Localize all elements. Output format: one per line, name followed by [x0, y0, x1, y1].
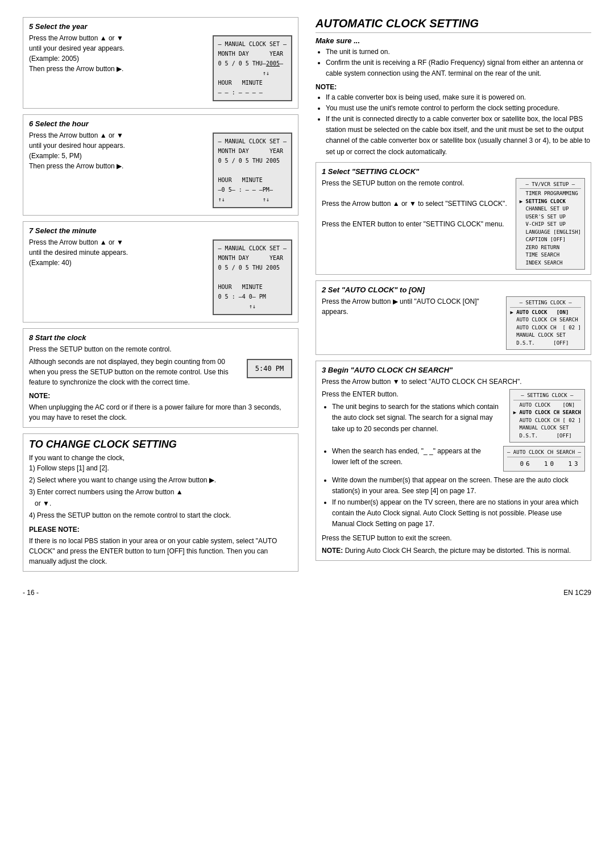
auto-step3-menu1: – SETTING CLOCK – AUTO CLOCK [ON] ▶ AUTO…	[509, 389, 585, 443]
step7-lcd-display: – MANUAL CLOCK SET – MONTH DAY YEAR 0 5 …	[213, 239, 292, 315]
auto-step3-body1: Press the Arrow button ▼ to select "AUTO…	[322, 377, 585, 387]
menu1-item-7: CAPTION [OFF]	[520, 236, 581, 244]
please-note-label: PLEASE NOTE:	[29, 524, 292, 535]
lcd6-line6: ↑↓ ↑↓	[218, 196, 269, 202]
auto-step3-bullet2-text: When the search has ended, "_ _" appears…	[322, 446, 497, 468]
auto-step2-section: 2 Set "AUTO CLOCK" to [ON] Press the Arr…	[316, 280, 591, 355]
lcd6-header: – MANUAL CLOCK SET –	[218, 138, 287, 144]
step8-lcd: 5:40 PM	[247, 357, 292, 381]
auto-clock-title: AUTOMATIC CLOCK SETTING	[316, 17, 591, 33]
auto-step3-footer1: Press the SETUP button to exit the scree…	[322, 533, 585, 543]
step8-title: 8 Start the clock	[29, 333, 292, 342]
menu1-item-5: V-CHIP SET UP	[520, 221, 581, 229]
lcd5-line1: MONTH DAY YEAR	[218, 51, 283, 57]
step6-text: Press the Arrow button ▲ or ▼ until your…	[29, 130, 207, 171]
step8-body1: Press the SETUP button on the remote con…	[29, 344, 292, 354]
auto-step2-title: 2 Set "AUTO CLOCK" to [ON]	[322, 286, 585, 294]
menu1-header: – TV/VCR SETUP –	[520, 181, 581, 189]
menu3a-item-3: AUTO CLOCK CH [ 02 ]	[513, 417, 581, 425]
menu3b-header: – AUTO CLOCK CH SEARCH –	[507, 449, 581, 457]
auto-note-1: If a cable converter box is being used, …	[326, 92, 591, 103]
auto-step3-bullet1: The unit begins to search for the statio…	[332, 402, 504, 435]
step7-title: 7 Select the minute	[29, 226, 292, 235]
change-clock-title: TO CHANGE CLOCK SETTING	[29, 439, 292, 450]
change-clock-section: TO CHANGE CLOCK SETTING If you want to c…	[23, 433, 298, 572]
lcd7-line6: ↑↓	[218, 303, 256, 309]
auto-step3-menu1-display: – SETTING CLOCK – AUTO CLOCK [ON] ▶ AUTO…	[509, 389, 585, 443]
step5-content: Press the Arrow button ▲ or ▼ until your…	[29, 33, 292, 104]
auto-step2-content: Press the Arrow button ▶ until "AUTO CLO…	[322, 296, 585, 350]
make-sure-label: Make sure ...	[316, 36, 591, 45]
change-step-2: 2) Select where you want to change using…	[29, 475, 292, 486]
auto-step2-text: Press the Arrow button ▶ until "AUTO CLO…	[322, 296, 500, 317]
lcd6-spacer	[218, 167, 222, 173]
auto-step2-menu-display: – SETTING CLOCK – ▶ AUTO CLOCK [ON] AUTO…	[506, 296, 585, 350]
change-clock-intro: If you want to change the clock,	[29, 453, 292, 463]
step5-text: Press the Arrow button ▲ or ▼ until your…	[29, 33, 207, 74]
step8-time: 5:40 PM	[255, 365, 284, 373]
step5-lcd-display: – MANUAL CLOCK SET – MONTH DAY YEAR 0 5 …	[213, 35, 292, 101]
please-note-text: If there is no local PBS station in your…	[29, 536, 292, 567]
step6-title: 6 Select the hour	[29, 119, 292, 128]
auto-step2-menu: – SETTING CLOCK – ▶ AUTO CLOCK [ON] AUTO…	[506, 296, 585, 350]
menu2-header: – SETTING CLOCK –	[510, 299, 581, 308]
lcd7-header: – MANUAL CLOCK SET –	[218, 245, 287, 251]
lcd6-line2: 0 5 / 0 5 THU 2005	[218, 158, 280, 164]
auto-step3-section: 3 Begin "AUTO CLOCK CH SEARCH" Press the…	[316, 361, 591, 561]
auto-step3-footer2: NOTE: During Auto Clock CH Search, the p…	[322, 545, 585, 556]
auto-step3-menu2: – AUTO CLOCK CH SEARCH – 06 10 13	[503, 446, 585, 472]
page-footer: - 16 - EN 1C29	[23, 589, 591, 597]
step7-lcd: – MANUAL CLOCK SET – MONTH DAY YEAR 0 5 …	[213, 237, 292, 317]
lcd6-line1: MONTH DAY YEAR	[218, 148, 283, 154]
auto-step3-menu2-display: – AUTO CLOCK CH SEARCH – 06 10 13	[503, 446, 585, 472]
change-step-1: 1) Follow steps [1] and [2].	[29, 463, 292, 474]
auto-step3-bullets-2: When the search has ended, "_ _" appears…	[322, 446, 497, 468]
step8-note-label: NOTE:	[29, 391, 292, 401]
change-step-4: 4) Press the SETUP button on the remote …	[29, 510, 292, 521]
step8-note-text: When unplugging the AC cord or if there …	[29, 402, 292, 423]
auto-step3-bullets-1: The unit begins to search for the statio…	[322, 402, 504, 435]
menu2-item-4: MANUAL CLOCK SET	[510, 332, 581, 340]
auto-step3-row1: Press the ENTER button. The unit begins …	[322, 389, 585, 443]
menu3a-item-4: MANUAL CLOCK SET	[513, 424, 581, 432]
menu1-item-2: ▶ SETTING CLOCK	[520, 198, 581, 206]
menu1-item-4: USER'S SET UP	[520, 213, 581, 221]
lcd7-line5: 0 5 : –4 0– PM	[218, 294, 266, 300]
auto-step1-text: Press the SETUP button on the remote con…	[322, 178, 510, 229]
auto-note-label: NOTE:	[316, 83, 591, 91]
left-column: 5 Select the year Press the Arrow button…	[23, 17, 298, 577]
menu2-item-1: ▶ AUTO CLOCK [ON]	[510, 309, 581, 317]
step6-section: 6 Select the hour Press the Arrow button…	[23, 114, 298, 216]
auto-step3-bullet3: Write down the number(s) that appear on …	[332, 475, 585, 497]
step5-title: 5 Select the year	[29, 22, 292, 31]
step5-section: 5 Select the year Press the Arrow button…	[23, 17, 298, 109]
make-sure-item-1: The unit is turned on.	[326, 47, 591, 57]
lcd6-line4: HOUR MINUTE	[218, 177, 263, 183]
auto-note-3: If the unit is connected directly to a c…	[326, 114, 591, 158]
menu1-item-1: TIMER PROGRAMMING	[520, 190, 581, 198]
auto-note-list: If a cable converter box is being used, …	[316, 92, 591, 158]
lcd7-line2: 0 5 / 0 5 THU 2005	[218, 264, 280, 271]
auto-step3-bullet2: When the search has ended, "_ _" appears…	[332, 446, 497, 468]
change-clock-steps: 1) Follow steps [1] and [2]. 2) Select w…	[29, 463, 292, 521]
menu1-item-9: TIME SEARCH	[520, 251, 581, 259]
make-sure-item-2: Confirm the unit is receiving a RF (Radi…	[326, 57, 591, 79]
lcd7-line1: MONTH DAY YEAR	[218, 255, 283, 261]
step8-lcd-display: 5:40 PM	[247, 359, 292, 378]
auto-step1-menu: – TV/VCR SETUP – TIMER PROGRAMMING ▶ SET…	[516, 178, 585, 270]
step8-section: 8 Start the clock Press the SETUP button…	[23, 328, 298, 428]
right-column: AUTOMATIC CLOCK SETTING Make sure ... Th…	[316, 17, 591, 577]
menu1-item-3: CHANNEL SET UP	[520, 205, 581, 213]
menu2-item-3: AUTO CLOCK CH [ 02 ]	[510, 324, 581, 332]
lcd5-line4: HOUR MINUTE	[218, 80, 263, 86]
menu2-item-5: D.S.T. [OFF]	[510, 340, 581, 348]
lcd5-line5: – – : – – – –	[218, 89, 263, 96]
auto-step3-bullet4: If no number(s) appear on the TV screen,…	[332, 497, 585, 530]
auto-step1-menu-display: – TV/VCR SETUP – TIMER PROGRAMMING ▶ SET…	[516, 178, 585, 270]
step8-content: Press the SETUP button on the remote con…	[29, 344, 292, 423]
step5-lcd: – MANUAL CLOCK SET – MONTH DAY YEAR 0 5 …	[213, 33, 292, 104]
step7-section: 7 Select the minute Press the Arrow butt…	[23, 221, 298, 323]
auto-note-2: You must use the unit's remote control t…	[326, 103, 591, 114]
menu3a-item-2: ▶ AUTO CLOCK CH SEARCH	[513, 409, 581, 417]
menu3a-header: – SETTING CLOCK –	[513, 392, 581, 400]
